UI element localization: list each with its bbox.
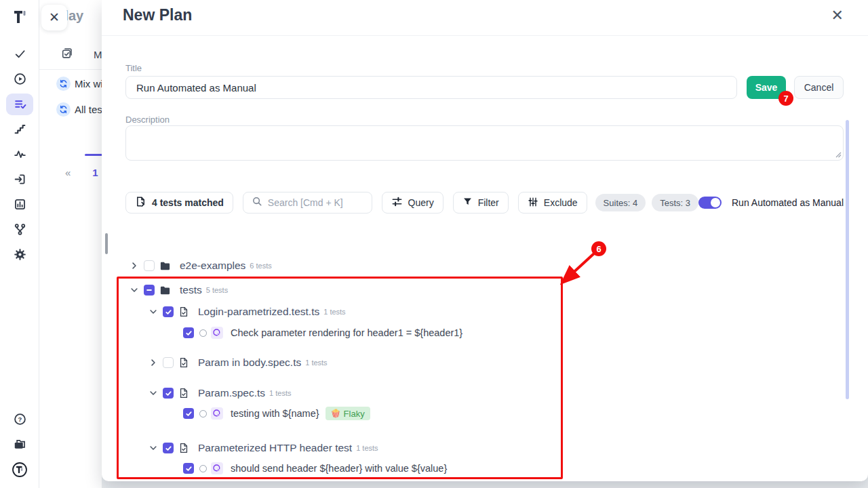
row-checkbox-checked[interactable] [183,408,194,419]
background-panel: Play M Mix wiAll tes « 1 [39,0,102,488]
tests-count: 1 tests [305,359,327,367]
toggle-group: Run Automated as Manual [698,197,844,209]
modal-close-button[interactable]: ✕ [831,8,844,23]
tests-count: 5 tests [206,286,228,294]
brand-t-logo[interactable] [0,5,39,28]
chevron-right-icon[interactable] [148,357,159,368]
automated-test-icon [211,462,223,474]
query-button[interactable]: Query [382,192,443,214]
row-checkbox-unchecked[interactable] [144,260,155,271]
tree-node-label[interactable]: should send header ${header} with value … [231,463,447,474]
tree-node-label[interactable]: Login-parametrized.test.ts [198,306,319,318]
tests-matched-button[interactable]: 4 tests matched [125,192,233,214]
row-checkbox-checked[interactable] [183,327,194,338]
tests-count: 1 tests [269,389,291,397]
tree-suite-row: Login-parametrized.test.ts1 tests [148,304,346,320]
sidebar-nav [0,41,39,267]
search-box[interactable] [243,192,372,214]
filter-button[interactable]: Filter [453,192,509,214]
sidebar-item-help[interactable]: ? [0,407,39,432]
help-icon: ? [6,409,33,430]
file-arrow-icon [135,196,146,209]
header-divider [102,35,868,36]
panel-scrollbar[interactable] [105,233,108,254]
description-textarea[interactable] [125,125,844,161]
brand-circle-icon [6,459,33,481]
row-checkbox-checked[interactable] [163,443,174,453]
tree-node-label[interactable]: e2e-examples [180,260,245,272]
tree-node-label[interactable]: Param.spec.ts [198,387,265,399]
tree-node-label[interactable]: Param in body.spec.ts [198,357,301,369]
app-sidebar: ? [0,0,39,488]
description-field-label: Description [125,115,170,125]
tree-suite-row: tests5 tests [129,282,228,298]
row-checkbox-checked[interactable] [183,463,194,474]
sidebar-item-import[interactable] [0,167,39,192]
sidebar-item-projects[interactable] [0,432,39,457]
title-input[interactable] [125,76,737,99]
modal-scrollbar[interactable] [846,120,849,399]
sidebar-item-test-runs[interactable] [0,92,39,117]
row-checkbox-checked[interactable] [163,306,174,317]
sidebar-nav-bottom: ? [0,407,39,482]
sidebar-item-pulse[interactable] [0,142,39,167]
folder-icon [159,285,171,296]
tree-node-label[interactable]: Check parameter rendering for header1 = … [231,327,462,338]
status-circle-icon [199,410,207,418]
chevron-down-icon[interactable] [129,285,140,296]
search-input[interactable] [268,197,363,208]
automated-test-icon [211,407,223,420]
svg-text:?: ? [18,415,22,423]
sidebar-item-check[interactable] [0,41,39,66]
chevron-right-icon[interactable] [129,260,140,271]
sidebar-item-play[interactable] [0,66,39,92]
cancel-button[interactable]: Cancel [794,76,844,99]
folder-icon [159,260,171,272]
analytics-icon [6,194,33,216]
sidebar-item-analytics[interactable] [0,192,39,217]
sliders-horizontal-icon [391,196,403,209]
tree-node-label[interactable]: tests [180,284,202,296]
drawer-close-button[interactable]: ✕ [41,5,67,30]
sidebar-item-steps[interactable] [0,117,39,142]
branch-icon [6,219,33,241]
row-checkbox-unchecked[interactable] [163,357,174,368]
sidebar-item-settings[interactable] [0,242,39,267]
sync-icon [56,102,71,117]
tests-count: 6 tests [250,262,271,270]
suites-count-chip: Suites: 4 [595,194,646,211]
sidebar-item-branch[interactable] [0,217,39,242]
pagination-prev-button[interactable]: « [65,167,71,178]
background-menu-label: M [94,49,102,60]
check-icon [6,43,33,65]
chevron-down-icon[interactable] [148,388,159,399]
import-icon [6,169,33,190]
title-field-label: Title [125,63,142,73]
row-checkbox-indeterminate[interactable] [144,285,155,296]
tree-test-row: Check parameter rendering for header1 = … [183,325,462,341]
sidebar-item-brand-circle[interactable] [0,457,39,482]
file-check-icon [178,357,189,368]
chevron-down-icon[interactable] [148,443,159,453]
sliders-vertical-icon [528,197,538,209]
sync-icon [56,77,71,91]
chevron-down-icon[interactable] [148,306,159,317]
tree-node-label[interactable]: testing with ${name} [231,408,319,419]
row-checkbox-checked[interactable] [163,388,174,399]
copy-check-icon[interactable] [60,47,73,62]
tree-node-label[interactable]: Parameterized HTTP header test [198,442,352,454]
background-list-item[interactable]: All tes [39,100,102,118]
background-list-item[interactable]: Mix wi [39,75,102,92]
automated-test-icon [211,327,223,339]
toggle-label: Run Automated as Manual [732,197,844,208]
tree-suite-row: e2e-examples6 tests [129,258,272,274]
background-panel-toolbar: M [39,39,102,70]
toggle-knob [711,198,720,207]
run-automated-toggle[interactable] [698,197,722,209]
pagination-page-1[interactable]: 1 [92,167,98,178]
settings-icon [6,244,33,266]
pulse-icon [6,144,33,165]
status-circle-icon [199,329,207,337]
exclude-button[interactable]: Exclude [518,192,587,214]
tree-suite-row: Param.spec.ts1 tests [148,385,291,401]
